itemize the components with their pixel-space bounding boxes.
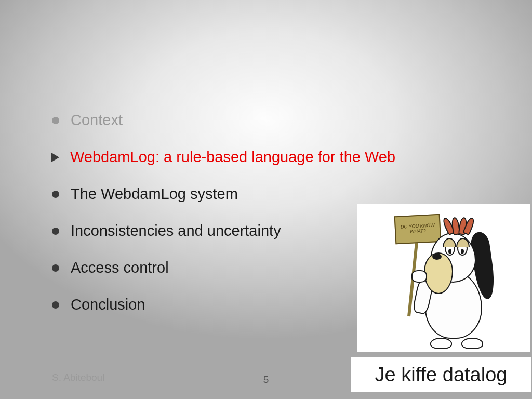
outline-label: WebdamLog: a rule-based language for the… [70,149,395,166]
bullet-icon [52,191,59,198]
outline-label: Conclusion [71,296,145,313]
cartoon-dog-icon: DO YOU KNOW WHAT? [357,204,530,352]
outline-item-context: Context [52,112,468,129]
footer-page-number: 5 [263,374,269,385]
outline-label: Context [71,112,123,129]
outline-label: Access control [71,259,169,276]
bullet-icon [52,228,59,235]
droopy-illustration: DO YOU KNOW WHAT? [357,204,530,352]
footer-author: S. Abiteboul [52,372,104,383]
outline-item-webdamlog-system: The WebdamLog system [52,185,468,203]
outline-label: Inconsistencies and uncertainty [71,222,281,240]
bullet-icon [52,117,59,124]
bullet-icon [52,301,59,309]
outline-item-webdamlog-language: WebdamLog: a rule-based language for the… [52,149,468,166]
illustration-caption: Je kiffe datalog [351,357,531,392]
outline-label: The WebdamLog system [71,185,238,203]
bullet-icon [52,264,59,272]
slide: Context WebdamLog: a rule-based language… [0,0,532,399]
triangle-icon [51,153,59,162]
sign-board: DO YOU KNOW WHAT? [394,214,442,245]
